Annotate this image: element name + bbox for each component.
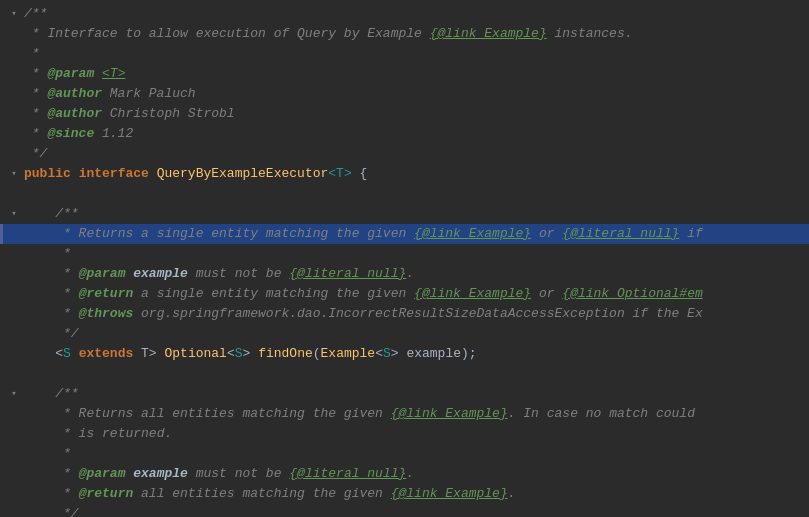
comment-token: . [406,466,414,481]
code-line [0,364,809,384]
javadoc-link-val-token: {@link Example} [391,406,508,421]
comment-token: */ [55,326,78,341]
code-content: */ [20,324,799,344]
normal-token: < [227,346,235,361]
normal-token: > example); [391,346,477,361]
fold-indicator[interactable]: ▾ [8,4,20,24]
comment-token: * [24,66,47,81]
normal-token [24,286,55,301]
comment-token: Christoph Strobl [102,106,235,121]
code-line: * @param example must not be {@literal n… [0,264,809,284]
highlight-marker [0,224,3,244]
normal-token [24,446,55,461]
code-line: * [0,244,809,264]
type-param-token: S [235,346,243,361]
comment-token: * [55,466,78,481]
normal-token: < [375,346,383,361]
code-content: * Interface to allow execution of Query … [20,24,799,44]
code-editor: ▾/** * Interface to allow execution of Q… [0,0,809,517]
comment-token: /** [55,386,78,401]
code-line: * is returned. [0,424,809,444]
javadoc-tag-token: @author [47,106,102,121]
comment-token: * [55,446,71,461]
normal-token: ( [313,346,321,361]
javadoc-link-val-token: {@literal null} [289,266,406,281]
comment-token: * [24,106,47,121]
javadoc-link-val-token: {@link Example} [391,486,508,501]
javadoc-tag-token: @param [79,266,126,281]
code-content: /** [20,384,799,404]
comment-token: * [24,86,47,101]
comment-token: or [531,286,562,301]
code-content [20,364,799,384]
keyword-token: extends [79,346,134,361]
comment-token: * is returned. [55,426,172,441]
code-content [20,184,799,204]
javadoc-link-val-token: <T> [102,66,125,81]
code-content: * @return a single entity matching the g… [20,284,799,304]
code-content: * [20,244,799,264]
fold-indicator[interactable]: ▾ [8,164,20,184]
code-content: * [20,444,799,464]
normal-token [24,486,55,501]
code-content: * @param <T> [20,64,799,84]
comment-token: instances. [547,26,633,41]
javadoc-link-val-token: {@link Example} [414,286,531,301]
class-name-token: Example [321,346,376,361]
type-param-token: S [63,346,71,361]
comment-token: a single entity matching the given [133,286,414,301]
code-line: */ [0,504,809,517]
keyword-token: interface [79,166,149,181]
comment-token: * [24,126,47,141]
comment-token: org.springframework.dao.IncorrectResultS… [133,306,703,321]
normal-token [71,346,79,361]
normal-token: < [55,346,63,361]
code-line: * Returns a single entity matching the g… [0,224,809,244]
code-line: * @param <T> [0,64,809,84]
normal-token [24,306,55,321]
javadoc-tag-token: @throws [79,306,134,321]
code-line: */ [0,144,809,164]
comment-token: must not be [188,466,289,481]
code-line: * @author Christoph Strobl [0,104,809,124]
code-line: * @throws org.springframework.dao.Incorr… [0,304,809,324]
keyword-token: public [24,166,71,181]
javadoc-link-val-token: {@link Example} [430,26,547,41]
javadoc-tag-token: @return [79,286,134,301]
fold-indicator[interactable]: ▾ [8,384,20,404]
code-line: */ [0,324,809,344]
code-content: * is returned. [20,424,799,444]
code-content: */ [20,504,799,517]
type-param-token: <T> [328,166,351,181]
code-line: * Returns all entities matching the give… [0,404,809,424]
comment-token: or [531,226,562,241]
normal-token [24,326,55,341]
javadoc-tag-token: @author [47,86,102,101]
comment-token: * [55,286,78,301]
param-name-token: example [133,266,188,281]
normal-token: > [243,346,259,361]
code-content: * Returns a single entity matching the g… [20,224,799,244]
normal-token: { [352,166,368,181]
normal-token [149,166,157,181]
comment-token: . In case no match could [508,406,695,421]
fold-indicator[interactable]: ▾ [8,204,20,224]
code-content: */ [20,144,799,164]
comment-token: if [679,226,702,241]
normal-token: T> [133,346,164,361]
comment-token: /** [24,6,47,21]
code-line: * @return all entities matching the give… [0,484,809,504]
code-line: <S extends T> Optional<S> findOne(Exampl… [0,344,809,364]
code-line: * @return a single entity matching the g… [0,284,809,304]
comment-token: 1.12 [94,126,133,141]
code-line: ▾/** [0,4,809,24]
comment-token: all entities matching the given [133,486,390,501]
normal-token [24,206,55,221]
comment-token: */ [55,506,78,517]
code-content: * @return all entities matching the give… [20,484,799,504]
normal-token [24,466,55,481]
code-line: ▾ /** [0,204,809,224]
class-name-token: Optional [164,346,226,361]
javadoc-link-val-token: {@literal null} [562,226,679,241]
normal-token [24,266,55,281]
